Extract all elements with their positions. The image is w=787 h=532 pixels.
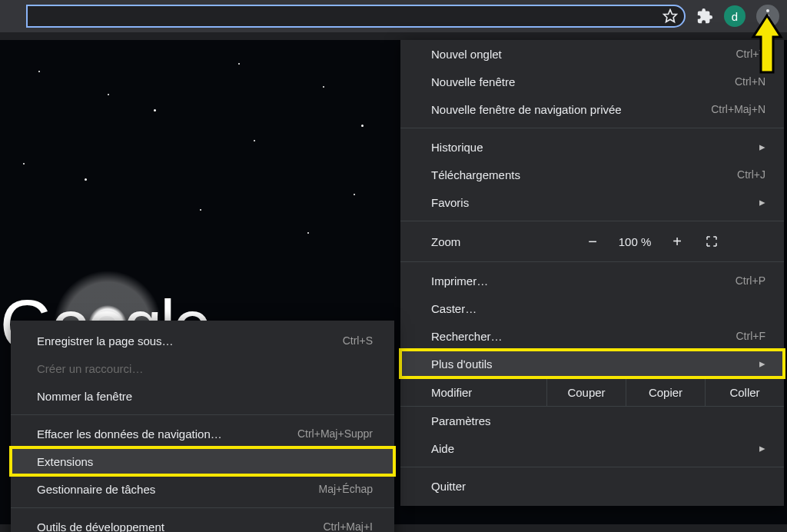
menu-incognito[interactable]: Nouvelle fenêtre de navigation privée Ct… [400, 95, 784, 123]
shortcut: Ctrl+N [735, 75, 765, 88]
menu-print[interactable]: Imprimer… Ctrl+P [400, 267, 784, 294]
chevron-right-icon: ▸ [759, 195, 765, 209]
chevron-right-icon: ▸ [759, 441, 765, 455]
submenu-developer-tools[interactable]: Outils de développement Ctrl+Maj+I [11, 513, 394, 532]
zoom-label: Zoom [431, 235, 577, 248]
chevron-right-icon: ▸ [759, 140, 765, 154]
submenu-name-window[interactable]: Nommer la fenêtre [11, 382, 394, 410]
separator [11, 414, 394, 415]
omnibox[interactable] [26, 5, 686, 28]
shortcut: Ctrl+P [736, 274, 765, 287]
submenu-extensions[interactable]: Extensions [11, 447, 394, 475]
menu-bookmarks[interactable]: Favoris ▸ [400, 188, 784, 216]
edit-label: Modifier [431, 386, 546, 399]
menu-label: Paramètres [431, 414, 491, 427]
menu-help[interactable]: Aide ▸ [400, 434, 784, 462]
menu-downloads[interactable]: Téléchargements Ctrl+J [400, 161, 784, 188]
main-menu: Nouvel onglet Ctrl+T Nouvelle fenêtre Ct… [400, 40, 784, 506]
shortcut: Ctrl+T [736, 48, 766, 60]
separator [400, 467, 784, 467]
menu-label: Plus d'outils [431, 357, 493, 371]
menu-edit-row: Modifier Couper Copier Coller [400, 377, 784, 407]
shortcut: Ctrl+Maj+N [711, 103, 765, 115]
submenu-save-page-as[interactable]: Enregistrer la page sous… Ctrl+S [11, 327, 394, 354]
browser-toolbar: d [0, 0, 787, 32]
menu-cast[interactable]: Caster… [400, 294, 784, 322]
separator [400, 128, 784, 128]
cut-button[interactable]: Couper [546, 378, 626, 406]
paste-button[interactable]: Coller [705, 378, 784, 406]
menu-settings[interactable]: Paramètres [400, 407, 784, 434]
menu-label: Quitter [431, 480, 466, 493]
menu-label: Enregistrer la page sous… [37, 334, 174, 347]
shortcut: Ctrl+Maj+I [323, 520, 373, 532]
more-tools-submenu: Enregistrer la page sous… Ctrl+S Créer u… [11, 321, 394, 532]
separator [400, 221, 784, 221]
submenu-create-shortcut: Créer un raccourci… [11, 354, 394, 382]
menu-label: Historique [431, 141, 483, 154]
shortcut: Maj+Échap [319, 483, 373, 495]
menu-history[interactable]: Historique ▸ [400, 133, 784, 161]
menu-find[interactable]: Rechercher… Ctrl+F [400, 322, 784, 350]
menu-label: Imprimer… [431, 274, 488, 288]
fullscreen-button[interactable] [692, 234, 731, 248]
separator [400, 261, 784, 262]
separator [11, 507, 394, 508]
menu-label: Outils de développement [37, 520, 164, 533]
menu-label: Nouvelle fenêtre de navigation privée [431, 103, 622, 116]
submenu-task-manager[interactable]: Gestionnaire de tâches Maj+Échap [11, 475, 394, 503]
shortcut: Ctrl+S [343, 334, 373, 347]
shortcut: Ctrl+F [736, 330, 766, 342]
menu-new-tab[interactable]: Nouvel onglet Ctrl+T [400, 40, 784, 68]
zoom-plus-button[interactable]: + [662, 233, 692, 251]
menu-quit[interactable]: Quitter [400, 472, 784, 500]
menu-more-tools[interactable]: Plus d'outils ▸ [400, 350, 784, 377]
zoom-value: 100 % [608, 235, 662, 248]
menu-label: Rechercher… [431, 330, 503, 343]
profile-avatar[interactable]: d [724, 5, 745, 27]
avatar-letter: d [732, 10, 738, 23]
submenu-clear-browsing-data[interactable]: Effacer les données de navigation… Ctrl+… [11, 420, 394, 447]
menu-label: Extensions [37, 455, 93, 468]
menu-label: Créer un raccourci… [37, 362, 143, 375]
menu-label: Téléchargements [431, 168, 520, 181]
svg-marker-0 [664, 10, 677, 22]
zoom-minus-button[interactable]: − [577, 233, 608, 251]
shortcut: Ctrl+Maj+Suppr [297, 427, 373, 440]
copy-button[interactable]: Copier [626, 378, 705, 406]
menu-label: Caster… [431, 302, 477, 315]
chevron-right-icon: ▸ [759, 357, 765, 371]
menu-label: Effacer les données de navigation… [37, 427, 222, 441]
menu-label: Nouvel onglet [431, 48, 502, 61]
menu-new-window[interactable]: Nouvelle fenêtre Ctrl+N [400, 68, 784, 95]
menu-label: Nommer la fenêtre [37, 390, 132, 403]
shortcut: Ctrl+J [737, 168, 765, 181]
menu-button[interactable] [756, 5, 779, 28]
menu-label: Favoris [431, 196, 469, 209]
bookmark-star-icon[interactable] [662, 8, 678, 24]
menu-label: Aide [431, 442, 454, 455]
extensions-icon[interactable] [696, 8, 713, 25]
menu-zoom: Zoom − 100 % + [400, 226, 784, 257]
menu-label: Gestionnaire de tâches [37, 483, 155, 496]
menu-label: Nouvelle fenêtre [431, 75, 515, 88]
